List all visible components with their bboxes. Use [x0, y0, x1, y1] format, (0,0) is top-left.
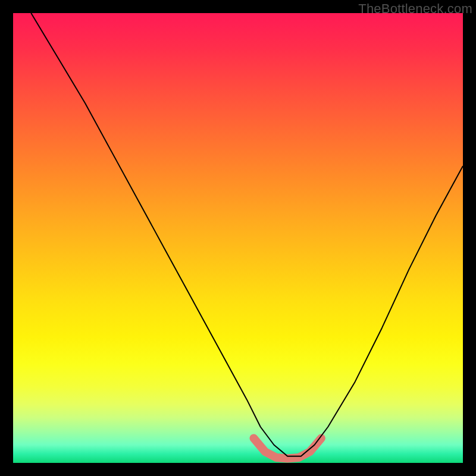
chart-frame: TheBottleneck.com — [0, 0, 476, 476]
curve-layer — [13, 13, 463, 463]
black-curve-path — [31, 13, 463, 456]
plot-area — [13, 13, 463, 463]
